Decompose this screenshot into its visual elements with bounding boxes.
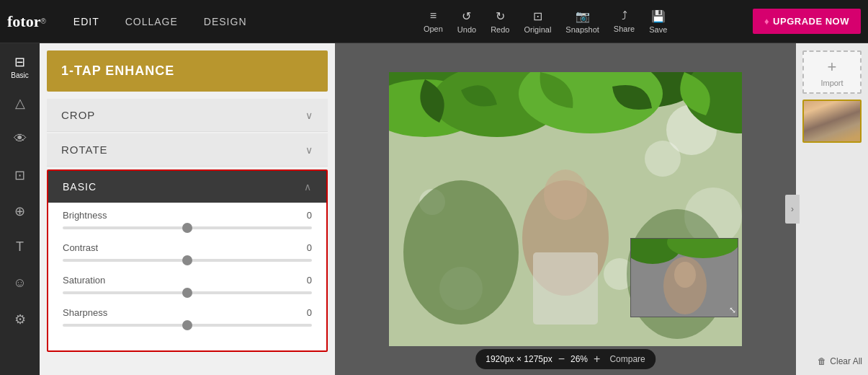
crop-section-header[interactable]: CROP ∨ bbox=[47, 99, 328, 132]
redo-button[interactable]: ↻ Redo bbox=[491, 9, 509, 34]
svg-rect-16 bbox=[533, 252, 598, 325]
contrast-value: 0 bbox=[307, 242, 312, 253]
sharpness-thumb[interactable] bbox=[182, 320, 192, 330]
save-button[interactable]: 💾 Save bbox=[649, 9, 667, 34]
saturation-value: 0 bbox=[307, 275, 312, 286]
image-thumbnail[interactable] bbox=[802, 100, 862, 143]
undo-icon: ↺ bbox=[462, 9, 471, 23]
upgrade-now-button[interactable]: ♦ UPGRADE NOW bbox=[753, 9, 861, 34]
crop-chevron-icon: ∨ bbox=[305, 110, 313, 121]
brightness-value: 0 bbox=[307, 210, 312, 221]
brightness-thumb[interactable] bbox=[182, 223, 192, 233]
saturation-track[interactable] bbox=[63, 291, 312, 294]
top-nav: fotor® EDIT COLLAGE DESIGN ≡ Open ↺ Undo… bbox=[0, 0, 868, 43]
nav-links: EDIT COLLAGE DESIGN bbox=[68, 12, 253, 31]
photo-container: ⤡ bbox=[389, 72, 742, 346]
sharpness-track[interactable] bbox=[63, 324, 312, 327]
open-icon: ≡ bbox=[430, 9, 437, 22]
clear-all-button[interactable]: 🗑 Clear All bbox=[818, 356, 862, 366]
crop-label: CROP bbox=[61, 109, 95, 121]
undo-button[interactable]: ↺ Undo bbox=[457, 9, 476, 34]
brightness-slider-row: Brightness 0 bbox=[63, 210, 312, 229]
image-dimensions: 1920px × 1275px bbox=[486, 354, 552, 364]
saturation-label-row: Saturation 0 bbox=[63, 275, 312, 286]
contrast-label: Contrast bbox=[63, 242, 98, 253]
chevron-left-icon: › bbox=[791, 204, 794, 214]
clear-all-label: Clear All bbox=[830, 356, 862, 366]
thumbnail-image bbox=[804, 101, 860, 141]
main-area: ⊟ Basic △ 👁 ⊡ ⊕ T ☺ ⚙ 1-TAP ENHANCE CROP… bbox=[0, 43, 868, 375]
original-button[interactable]: ⊡ Original bbox=[524, 9, 551, 34]
rotate-label: ROTATE bbox=[61, 144, 108, 156]
sidebar-basic-label: Basic bbox=[11, 71, 28, 79]
sliders-area: Brightness 0 Contrast 0 bbox=[48, 203, 326, 350]
one-tap-enhance-button[interactable]: 1-TAP ENHANCE bbox=[47, 50, 328, 92]
brightness-label: Brightness bbox=[63, 210, 107, 221]
mini-preview: ⤡ bbox=[630, 238, 738, 317]
icon-bar: ⊟ Basic △ 👁 ⊡ ⊕ T ☺ ⚙ bbox=[0, 43, 40, 375]
sharpness-slider-row: Sharpness 0 bbox=[63, 307, 312, 327]
save-label: Save bbox=[649, 25, 667, 34]
rotate-chevron-icon: ∨ bbox=[305, 144, 313, 156]
compare-button[interactable]: Compare bbox=[609, 354, 645, 364]
import-button[interactable]: + Import bbox=[802, 50, 862, 94]
left-panel: 1-TAP ENHANCE CROP ∨ ROTATE ∨ BASIC ∧ Br… bbox=[40, 43, 335, 375]
panel-expand-button[interactable]: › bbox=[785, 195, 800, 224]
open-button[interactable]: ≡ Open bbox=[424, 9, 443, 33]
open-label: Open bbox=[424, 25, 443, 33]
sticker-icon: ☺ bbox=[13, 275, 26, 291]
contrast-thumb[interactable] bbox=[182, 255, 192, 265]
contrast-slider-row: Contrast 0 bbox=[63, 242, 312, 262]
basic-section-header[interactable]: BASIC ∧ bbox=[48, 171, 326, 203]
sidebar-item-focus[interactable]: ⊕ bbox=[4, 195, 36, 227]
share-label: Share bbox=[614, 25, 635, 33]
text-icon: T bbox=[16, 239, 24, 255]
basic-chevron-icon: ∧ bbox=[304, 181, 312, 193]
share-button[interactable]: ⤴ Share bbox=[614, 9, 635, 33]
svg-point-15 bbox=[544, 169, 587, 220]
zoom-in-button[interactable]: + bbox=[594, 353, 600, 366]
saturation-slider-row: Saturation 0 bbox=[63, 275, 312, 294]
frame-icon: ⊡ bbox=[14, 167, 25, 183]
sharpness-label: Sharpness bbox=[63, 307, 107, 318]
resize-handle-icon[interactable]: ⤡ bbox=[729, 305, 736, 315]
sidebar-item-text[interactable]: T bbox=[4, 231, 36, 263]
sliders-icon: ⊟ bbox=[14, 54, 25, 70]
right-panel: + Import › 🗑 Clear All bbox=[796, 43, 868, 375]
basic-section: BASIC ∧ Brightness 0 Contra bbox=[47, 169, 328, 352]
mini-preview-image bbox=[631, 239, 738, 317]
svg-point-23 bbox=[674, 262, 696, 288]
eye-icon: 👁 bbox=[14, 131, 27, 146]
sidebar-item-sticker[interactable]: ☺ bbox=[4, 267, 36, 299]
sidebar-item-adjust[interactable]: △ bbox=[4, 87, 36, 119]
gear-icon: ⚙ bbox=[14, 312, 26, 327]
nav-design[interactable]: DESIGN bbox=[198, 12, 253, 31]
sidebar-item-frames[interactable]: ⊡ bbox=[4, 159, 36, 191]
original-label: Original bbox=[524, 25, 551, 34]
focus-icon: ⊕ bbox=[14, 203, 25, 219]
upgrade-diamond-icon: ♦ bbox=[764, 16, 769, 27]
undo-label: Undo bbox=[457, 25, 476, 34]
triangle-icon: △ bbox=[15, 95, 25, 111]
logo-sup: ® bbox=[40, 17, 45, 25]
brightness-track[interactable] bbox=[63, 226, 312, 229]
snapshot-button[interactable]: 📷 Snapshot bbox=[565, 9, 599, 34]
sharpness-value: 0 bbox=[307, 307, 312, 318]
sharpness-label-row: Sharpness 0 bbox=[63, 307, 312, 318]
brightness-label-row: Brightness 0 bbox=[63, 210, 312, 221]
svg-point-2 bbox=[645, 141, 681, 177]
sidebar-item-effects[interactable]: 👁 bbox=[4, 123, 36, 155]
contrast-label-row: Contrast 0 bbox=[63, 242, 312, 253]
import-label: Import bbox=[820, 79, 843, 87]
rotate-section-header[interactable]: ROTATE ∨ bbox=[47, 133, 328, 167]
contrast-track[interactable] bbox=[63, 259, 312, 262]
zoom-out-button[interactable]: − bbox=[558, 353, 565, 366]
sidebar-item-basic[interactable]: ⊟ Basic bbox=[4, 50, 36, 83]
trash-icon: 🗑 bbox=[818, 356, 826, 366]
zoom-level: 26% bbox=[571, 354, 588, 364]
sidebar-item-settings[interactable]: ⚙ bbox=[4, 303, 36, 335]
saturation-thumb[interactable] bbox=[182, 288, 192, 298]
nav-collage[interactable]: COLLAGE bbox=[120, 12, 184, 31]
redo-icon: ↻ bbox=[496, 9, 505, 23]
nav-edit[interactable]: EDIT bbox=[68, 12, 105, 31]
